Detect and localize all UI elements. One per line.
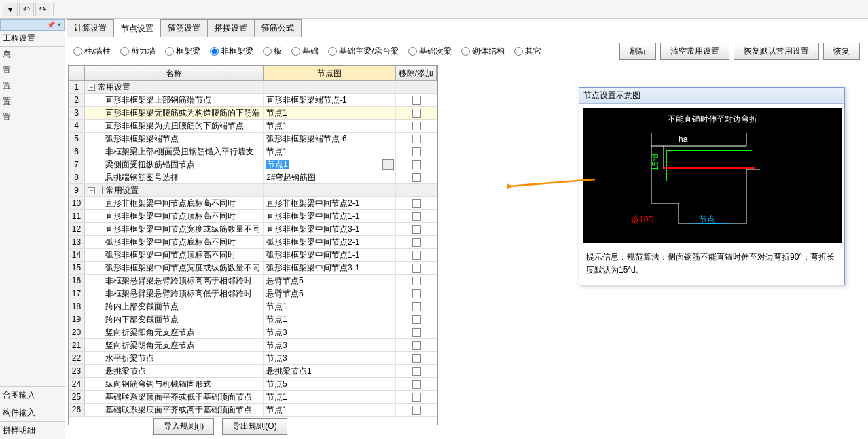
table-row[interactable]: 15弧形非框架梁中间节点宽度或纵筋数量不同弧形非框架梁中间节点3-1 (69, 262, 437, 275)
sidebar-header: 📌 × (0, 19, 65, 31)
add-remove-checkbox[interactable] (412, 160, 421, 169)
tab-4[interactable]: 箍筋公式 (254, 19, 302, 37)
tab-2[interactable]: 箍筋设置 (160, 19, 208, 37)
top-toolbar: ▾ ↶ ↷ (0, 0, 868, 19)
table-row[interactable]: 12直形非框架梁中间节点宽度或纵筋数量不同直形非框架梁中间节点3-1 (69, 223, 437, 236)
import-rules-button[interactable]: 导入规则(I) (153, 418, 214, 435)
tab-1[interactable]: 节点设置 (113, 20, 161, 37)
radio-7[interactable]: 基础次梁 (408, 46, 452, 57)
add-remove-checkbox[interactable] (412, 264, 421, 273)
add-remove-checkbox[interactable] (412, 109, 421, 118)
sidebar-item-3[interactable]: 置 (0, 94, 65, 109)
add-remove-checkbox[interactable] (412, 328, 421, 337)
export-rules-button[interactable]: 导出规则(O) (222, 418, 287, 435)
add-remove-checkbox[interactable] (412, 135, 421, 143)
sidebar-title: 工程设置 (0, 31, 65, 47)
add-remove-checkbox[interactable] (412, 122, 421, 130)
table-row[interactable]: 4直形非框架梁为抗扭腰筋的下筋端节点节点1 (69, 120, 437, 133)
radio-0[interactable]: 柱/墙柱 (73, 46, 111, 57)
table-row[interactable]: 25基础联系梁顶面平齐或低于基础顶面节点节点1 (69, 391, 437, 404)
undo-icon[interactable]: ↶ (19, 3, 34, 16)
radio-9[interactable]: 其它 (514, 46, 541, 57)
sidebar: 📌 × 工程设置 息置置置置 合图输入构件输入拼样明细 (0, 19, 65, 439)
tab-0[interactable]: 计算设置 (67, 19, 114, 37)
clear-common-button[interactable]: 清空常用设置 (660, 43, 729, 60)
sidebar-foot-1[interactable]: 构件输入 (0, 404, 65, 421)
table-row[interactable]: 7梁侧面受扭纵筋锚固节点节点1⋯ (69, 158, 437, 171)
save-icon[interactable]: ▾ (3, 3, 18, 16)
add-remove-checkbox[interactable] (412, 225, 421, 234)
col-name: 名称 (85, 66, 264, 80)
table-row[interactable]: 16非框架悬臂梁悬臂跨顶标高高于相邻跨时悬臂节点5 (69, 275, 437, 287)
sidebar-item-0[interactable]: 息 (0, 47, 65, 63)
add-remove-checkbox[interactable] (412, 406, 421, 415)
table-row[interactable]: 14弧形非框架梁中间节点顶标高不同时弧形非框架梁中间节点1-1 (69, 249, 437, 262)
radio-2[interactable]: 框架梁 (165, 46, 200, 57)
table-row[interactable]: 24纵向钢筋弯钩与机械锚固形式节点5 (69, 378, 437, 391)
add-remove-checkbox[interactable] (412, 199, 421, 208)
table-row[interactable]: 17非框架悬臂梁悬臂跨顶标高低于相邻跨时悬臂节点5 (69, 287, 437, 300)
table-row[interactable]: 3直形非框架梁无腰筋或为构造腰筋的下筋端节点1 (69, 107, 437, 120)
sidebar-item-1[interactable]: 置 (0, 63, 65, 78)
add-remove-checkbox[interactable] (412, 380, 421, 389)
add-remove-checkbox[interactable] (412, 147, 421, 156)
radio-4[interactable]: 板 (263, 46, 282, 57)
sidebar-item-2[interactable]: 置 (0, 78, 65, 94)
table-row[interactable]: 2直形非框架梁上部钢筋端节点直形非框架梁端节点-1 (69, 94, 437, 107)
table-row[interactable]: 20竖向折梁阳角无支座节点节点3 (69, 326, 437, 339)
pin-icon[interactable]: 📌 × (47, 21, 61, 29)
table-row[interactable]: 10直形非框架梁中间节点底标高不同时直形非框架梁中间节点2-1 (69, 197, 437, 210)
svg-text:15*d: 15*d (651, 154, 660, 171)
add-remove-checkbox[interactable] (412, 277, 421, 285)
refresh-button[interactable]: 刷新 (619, 43, 656, 60)
radio-6[interactable]: 基础主梁/承台梁 (328, 46, 398, 57)
restore-button[interactable]: 恢复 (823, 43, 860, 60)
sidebar-foot-0[interactable]: 合图输入 (0, 386, 65, 404)
ellipsis-button[interactable]: ⋯ (382, 159, 394, 170)
radio-3[interactable]: 非框架梁 (210, 46, 253, 57)
col-number (69, 66, 85, 80)
diagram-preview-panel: 节点设置示意图 不能直锚时伸至对边弯折 ha 15*d 该10D 节点一 (579, 87, 845, 285)
restore-default-button[interactable]: 恢复默认常用设置 (734, 43, 819, 60)
collapse-icon[interactable]: − (88, 187, 95, 194)
table-row[interactable]: 21竖向折梁阴角无支座节点节点3 (69, 339, 437, 352)
add-remove-checkbox[interactable] (412, 302, 421, 311)
add-remove-checkbox[interactable] (412, 393, 421, 402)
collapse-icon[interactable]: − (88, 84, 95, 91)
table-row[interactable]: 23悬挑梁节点悬挑梁节点1 (69, 365, 437, 378)
add-remove-checkbox[interactable] (412, 173, 421, 182)
table-row[interactable]: 1−常用设置 (69, 81, 437, 94)
table-row[interactable]: 19跨内下部变截面节点节点1 (69, 313, 437, 326)
radio-1[interactable]: 剪力墙 (120, 46, 156, 57)
node-settings-grid: 名称 节点图 移除/添加 1−常用设置2直形非框架梁上部钢筋端节点直形非框架梁端… (68, 65, 438, 425)
tab-3[interactable]: 搭接设置 (207, 19, 255, 37)
separator (53, 3, 54, 16)
table-row[interactable]: 13弧形非框架梁中间节点底标高不同时弧形非框架梁中间节点2-1 (69, 236, 437, 249)
sidebar-foot-2[interactable]: 拼样明细 (0, 421, 65, 439)
table-row[interactable]: 8悬挑端钢筋图号选择2#弯起钢筋图 (69, 171, 437, 184)
table-row[interactable]: 5弧形非框架梁端节点弧形非框架梁端节点-6 (69, 133, 437, 145)
col-action: 移除/添加 (396, 66, 437, 80)
table-row[interactable]: 9−非常用设置 (69, 184, 437, 197)
add-remove-checkbox[interactable] (412, 341, 421, 350)
redo-icon[interactable]: ↷ (35, 3, 50, 16)
add-remove-checkbox[interactable] (412, 251, 421, 260)
table-row[interactable]: 26基础联系梁底面平齐或高于基础顶面节点节点1 (69, 404, 437, 417)
add-remove-checkbox[interactable] (412, 315, 421, 324)
diagram-title: 节点设置示意图 (579, 88, 844, 104)
table-row[interactable]: 18跨内上部变截面节点节点1 (69, 300, 437, 313)
diagram-node-link: 节点一 (699, 215, 723, 224)
diagram-top-text: 不能直锚时伸至对边弯折 (668, 114, 757, 124)
add-remove-checkbox[interactable] (412, 238, 421, 247)
add-remove-checkbox[interactable] (412, 354, 421, 363)
table-row[interactable]: 22水平折梁节点节点3 (69, 352, 437, 365)
add-remove-checkbox[interactable] (412, 289, 421, 298)
add-remove-checkbox[interactable] (412, 367, 421, 376)
radio-8[interactable]: 砌体结构 (461, 46, 505, 57)
add-remove-checkbox[interactable] (412, 96, 421, 105)
add-remove-checkbox[interactable] (412, 212, 421, 221)
sidebar-item-4[interactable]: 置 (0, 109, 65, 125)
radio-5[interactable]: 基础 (291, 46, 319, 57)
table-row[interactable]: 11直形非框架梁中间节点顶标高不同时直形非框架梁中间节点1-1 (69, 210, 437, 223)
table-row[interactable]: 6非框架梁上部/侧面受扭钢筋锚入平行墙支节点1 (69, 145, 437, 158)
